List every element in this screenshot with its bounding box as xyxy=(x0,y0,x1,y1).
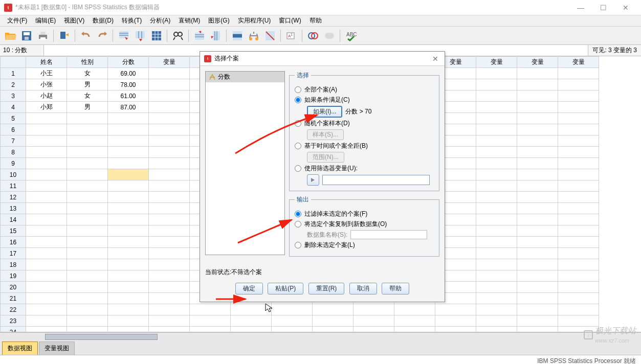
select-cases-icon[interactable] xyxy=(263,29,277,43)
data-cell[interactable] xyxy=(558,180,599,192)
data-cell[interactable] xyxy=(149,304,190,315)
cancel-button[interactable]: 取消 xyxy=(349,283,377,294)
data-cell[interactable] xyxy=(517,315,558,327)
minimize-button[interactable]: — xyxy=(569,1,592,15)
data-cell[interactable] xyxy=(476,102,517,113)
dialog-close-button[interactable]: ✕ xyxy=(430,55,440,63)
data-cell[interactable] xyxy=(67,225,108,237)
menu-edit[interactable]: 编辑(E) xyxy=(31,15,60,26)
data-cell[interactable] xyxy=(558,147,599,158)
data-cell[interactable]: 87.00 xyxy=(108,102,149,113)
data-cell[interactable] xyxy=(149,90,190,102)
data-cell[interactable] xyxy=(517,225,558,237)
reset-button[interactable]: 重置(R) xyxy=(308,283,345,294)
data-cell[interactable] xyxy=(108,315,149,327)
row-header[interactable]: 2 xyxy=(1,79,26,90)
data-cell[interactable] xyxy=(67,270,108,282)
data-cell[interactable] xyxy=(149,147,190,158)
data-cell[interactable] xyxy=(476,270,517,282)
data-cell[interactable] xyxy=(517,237,558,248)
data-cell[interactable] xyxy=(108,158,149,169)
data-cell[interactable] xyxy=(313,304,353,315)
split-file-icon[interactable] xyxy=(230,29,245,43)
radio-copy-dataset[interactable] xyxy=(295,221,301,228)
data-cell[interactable] xyxy=(517,327,558,332)
data-cell[interactable] xyxy=(476,147,517,158)
data-cell[interactable] xyxy=(517,214,558,225)
close-button[interactable]: ✕ xyxy=(614,1,637,15)
help-button[interactable]: 帮助 xyxy=(382,283,409,294)
data-cell[interactable] xyxy=(558,270,599,282)
data-cell[interactable] xyxy=(149,259,190,270)
value-labels-icon[interactable]: A1 xyxy=(284,29,299,43)
weight-icon[interactable] xyxy=(247,29,261,43)
data-cell[interactable] xyxy=(476,214,517,225)
data-cell[interactable] xyxy=(67,248,108,259)
data-cell[interactable] xyxy=(558,79,599,90)
data-cell[interactable] xyxy=(476,169,517,180)
sets-icon[interactable] xyxy=(306,29,320,43)
spellcheck-icon[interactable]: ABC xyxy=(344,29,358,43)
data-cell[interactable] xyxy=(26,327,67,332)
data-cell[interactable] xyxy=(558,282,599,293)
menu-analyze[interactable]: 分析(A) xyxy=(146,15,174,26)
row-header[interactable]: 12 xyxy=(1,192,26,203)
data-cell[interactable] xyxy=(558,203,599,214)
row-header[interactable]: 11 xyxy=(1,180,26,192)
save-icon[interactable] xyxy=(19,29,34,43)
row-header[interactable]: 24 xyxy=(1,327,26,332)
data-cell[interactable] xyxy=(67,147,108,158)
column-header[interactable]: 性别 xyxy=(67,57,108,68)
data-cell[interactable] xyxy=(67,259,108,270)
data-cell[interactable] xyxy=(231,304,272,315)
data-cell[interactable] xyxy=(26,113,67,124)
data-cell[interactable] xyxy=(108,327,149,332)
data-cell[interactable] xyxy=(108,169,149,180)
data-cell[interactable] xyxy=(517,169,558,180)
data-cell[interactable] xyxy=(476,225,517,237)
row-header[interactable]: 4 xyxy=(1,102,26,113)
data-cell[interactable] xyxy=(476,315,517,327)
data-cell[interactable] xyxy=(476,158,517,169)
menu-graphics[interactable]: 图形(G) xyxy=(204,15,233,26)
data-cell[interactable] xyxy=(149,282,190,293)
row-header[interactable]: 16 xyxy=(1,237,26,248)
data-cell[interactable] xyxy=(517,293,558,304)
data-cell[interactable] xyxy=(476,327,517,332)
data-cell[interactable] xyxy=(108,270,149,282)
data-cell[interactable] xyxy=(67,124,108,135)
column-header[interactable]: 变量 xyxy=(476,57,517,68)
row-header[interactable]: 23 xyxy=(1,315,26,327)
data-cell[interactable] xyxy=(558,192,599,203)
data-cell[interactable] xyxy=(26,147,67,158)
column-header[interactable]: 变量 xyxy=(517,57,558,68)
data-cell[interactable] xyxy=(67,192,108,203)
column-header[interactable]: 变量 xyxy=(558,57,599,68)
variables-icon[interactable] xyxy=(149,29,164,43)
column-header[interactable]: 变量 xyxy=(149,57,190,68)
data-cell[interactable] xyxy=(149,192,190,203)
goto-case-icon[interactable] xyxy=(117,29,131,43)
radio-if-condition[interactable] xyxy=(295,97,301,103)
data-cell[interactable] xyxy=(313,327,353,332)
data-cell[interactable] xyxy=(149,135,190,147)
data-cell[interactable] xyxy=(67,135,108,147)
data-cell[interactable] xyxy=(476,192,517,203)
data-cell[interactable] xyxy=(149,270,190,282)
data-cell[interactable] xyxy=(26,237,67,248)
data-cell[interactable] xyxy=(558,124,599,135)
data-cell[interactable] xyxy=(558,113,599,124)
row-header[interactable]: 18 xyxy=(1,259,26,270)
data-cell[interactable] xyxy=(149,158,190,169)
print-icon[interactable] xyxy=(36,29,50,43)
radio-all-cases[interactable] xyxy=(295,86,301,93)
data-cell[interactable] xyxy=(26,124,67,135)
radio-random-sample[interactable] xyxy=(295,120,301,127)
data-cell[interactable] xyxy=(558,259,599,270)
data-cell[interactable] xyxy=(517,147,558,158)
data-cell[interactable] xyxy=(353,315,394,327)
data-cell[interactable] xyxy=(517,259,558,270)
data-cell[interactable] xyxy=(272,327,313,332)
data-cell[interactable] xyxy=(67,169,108,180)
data-cell[interactable] xyxy=(190,315,231,327)
